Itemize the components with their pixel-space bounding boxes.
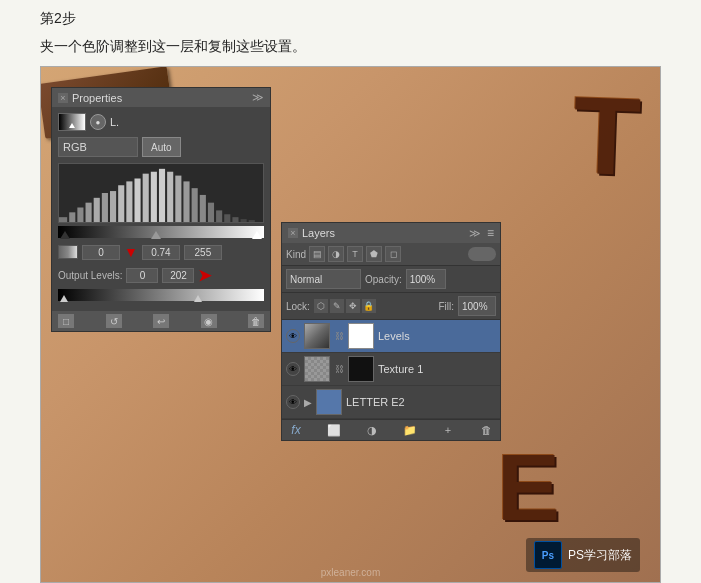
auto-button[interactable]: Auto — [142, 137, 181, 157]
circle-button[interactable]: ● — [90, 114, 106, 130]
svg-rect-7 — [118, 185, 124, 222]
layers-expand-icon[interactable]: ≫ — [469, 227, 481, 240]
mid-point-handle[interactable] — [151, 231, 161, 239]
layer-visibility-letter[interactable]: 👁 — [286, 395, 300, 409]
layer-link-texture[interactable]: ⛓ — [334, 364, 344, 374]
output-red-arrow: ➤ — [198, 266, 211, 285]
svg-rect-14 — [175, 176, 181, 222]
properties-panel: × Properties ≫ ● L. RGB Red — [51, 87, 271, 332]
opacity-input[interactable] — [406, 269, 446, 289]
page-container: 第2步 夹一个色阶调整到这一层和复制这些设置。 E T E × Properti… — [0, 0, 701, 583]
lock-icons: ⬡ ✎ ✥ 🔒 — [314, 299, 376, 313]
layers-delete-icon[interactable]: 🗑 — [478, 423, 494, 437]
layers-adjustment-icon[interactable]: ◑ — [364, 423, 380, 437]
layer-visibility-levels[interactable]: 👁 — [286, 329, 300, 343]
properties-title: Properties — [72, 92, 122, 104]
lock-label: Lock: — [286, 301, 310, 312]
filter-shape-icon[interactable]: ⬟ — [366, 246, 382, 262]
filter-toggle[interactable] — [468, 247, 496, 261]
layers-panel-header: × Layers ≫ ≡ — [282, 223, 500, 243]
layer-link-levels[interactable]: ⛓ — [334, 331, 344, 341]
levels-icon-small — [58, 245, 78, 259]
layer-visibility-texture[interactable]: 👁 — [286, 362, 300, 376]
filter-adjustment-icon[interactable]: ◑ — [328, 246, 344, 262]
output-white-input[interactable] — [162, 268, 194, 283]
layer-thumb-texture — [304, 356, 330, 382]
svg-rect-10 — [143, 174, 149, 222]
properties-close-button[interactable]: × — [58, 93, 68, 103]
svg-rect-6 — [110, 191, 116, 222]
input-slider[interactable] — [58, 226, 264, 238]
footer-reset-icon[interactable]: ↩ — [153, 314, 169, 328]
svg-rect-22 — [241, 219, 247, 222]
layer-name-texture: Texture 1 — [378, 363, 496, 375]
output-white-handle[interactable] — [194, 295, 202, 302]
lock-transparent-icon[interactable]: ⬡ — [314, 299, 328, 313]
layer-thumb-levels — [304, 323, 330, 349]
levels-values-row: ▼ — [58, 244, 264, 260]
output-black-handle[interactable] — [60, 295, 68, 302]
layer-thumb-folder — [316, 389, 342, 415]
group-expand-icon[interactable]: ▶ — [304, 397, 312, 408]
svg-rect-3 — [86, 203, 92, 222]
footer-visibility-icon[interactable]: ◉ — [201, 314, 217, 328]
layer-mask-levels — [348, 323, 374, 349]
black-point-handle[interactable] — [60, 231, 70, 239]
svg-rect-19 — [216, 210, 222, 222]
fill-input[interactable] — [458, 296, 496, 316]
svg-rect-18 — [208, 203, 214, 222]
layers-group-icon[interactable]: 📁 — [402, 423, 418, 437]
output-slider[interactable] — [58, 289, 264, 301]
layers-menu-button[interactable]: ≡ — [487, 226, 494, 240]
layers-lock-row: Lock: ⬡ ✎ ✥ 🔒 Fill: — [282, 293, 500, 320]
lock-paint-icon[interactable]: ✎ — [330, 299, 344, 313]
filter-smart-icon[interactable]: ◻ — [385, 246, 401, 262]
layers-mask-icon[interactable]: ⬜ — [326, 423, 342, 437]
properties-expand-icon[interactable]: ≫ — [252, 91, 264, 104]
channel-select[interactable]: RGB Red Green Blue — [58, 137, 138, 157]
lock-move-icon[interactable]: ✥ — [346, 299, 360, 313]
footer-clipping-icon[interactable]: □ — [58, 314, 74, 328]
layer-name-levels: Levels — [378, 330, 496, 342]
ps-logo: Ps — [534, 541, 562, 569]
svg-rect-8 — [126, 181, 132, 222]
layers-close-button[interactable]: × — [288, 228, 298, 238]
svg-rect-2 — [77, 208, 83, 223]
levels-label: L. — [110, 116, 119, 128]
mid-input[interactable] — [142, 245, 180, 260]
filter-type-icon[interactable]: T — [347, 246, 363, 262]
svg-rect-0 — [59, 217, 67, 222]
layers-footer: fx ⬜ ◑ 📁 + 🗑 — [282, 419, 500, 440]
opacity-label: Opacity: — [365, 274, 402, 285]
svg-rect-5 — [102, 193, 108, 222]
white-point-handle[interactable] — [252, 231, 262, 239]
layers-fx-icon[interactable]: fx — [288, 423, 304, 437]
layer-row-letter-e2[interactable]: 👁 ▶ LETTER E2 — [282, 386, 500, 419]
kind-label: Kind — [286, 249, 306, 260]
black-input[interactable] — [82, 245, 120, 260]
rgb-row: RGB Red Green Blue Auto — [58, 137, 264, 157]
layers-add-icon[interactable]: + — [440, 423, 456, 437]
filter-pixel-icon[interactable]: ▤ — [309, 246, 325, 262]
layer-row-levels[interactable]: 👁 ⛓ Levels — [282, 320, 500, 353]
lock-all-icon[interactable]: 🔒 — [362, 299, 376, 313]
output-row: Output Levels: ➤ — [58, 266, 264, 285]
ps-site-text: PS学习部落 — [568, 547, 632, 564]
output-black-input[interactable] — [126, 268, 158, 283]
svg-rect-20 — [224, 214, 230, 222]
mid-arrow: ▼ — [124, 244, 138, 260]
blend-mode-select[interactable]: Normal Dissolve Multiply Screen Overlay — [286, 269, 361, 289]
svg-rect-23 — [249, 220, 255, 222]
svg-rect-9 — [134, 179, 140, 223]
properties-panel-header: × Properties ≫ — [52, 88, 270, 107]
footer-refresh-icon[interactable]: ↺ — [106, 314, 122, 328]
main-canvas: E T E × Properties ≫ ● — [40, 66, 661, 583]
layer-row-texture[interactable]: 👁 ⛓ Texture 1 — [282, 353, 500, 386]
ps-branding-area: Ps PS学习部落 — [526, 538, 640, 572]
svg-rect-17 — [200, 195, 206, 222]
step-label: 第2步 — [0, 0, 701, 34]
levels-thumbnail-icon — [58, 113, 86, 131]
footer-delete-icon[interactable]: 🗑 — [248, 314, 264, 328]
white-input[interactable] — [184, 245, 222, 260]
watermark: pxleaner.com — [321, 567, 380, 578]
